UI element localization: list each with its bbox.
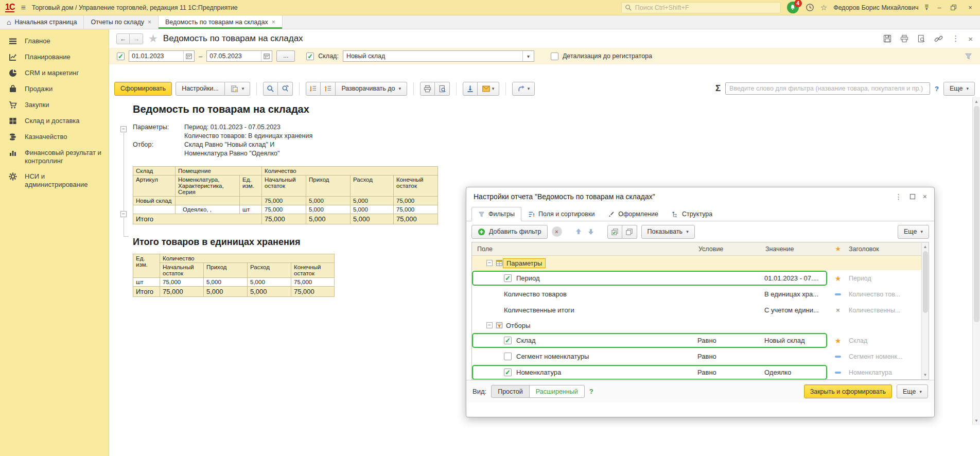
group-row-parameters[interactable]: − Параметры: [472, 256, 929, 270]
add-filter-button[interactable]: Добавить фильтр: [471, 225, 548, 239]
filter-funnel-icon[interactable]: [965, 52, 972, 60]
dialog-scrollbar[interactable]: ▲ ▼: [921, 242, 929, 379]
row-checkbox[interactable]: ✓: [504, 337, 512, 344]
table-row[interactable]: Одеялко, , шт 75,000 5,000 5,000 75,000: [133, 205, 438, 214]
send-email-button[interactable]: ▾: [478, 82, 499, 96]
row-checkbox[interactable]: [504, 353, 512, 360]
main-menu-icon[interactable]: ≡: [21, 3, 25, 12]
tab-home[interactable]: ⌂ Начальная страница: [0, 15, 84, 29]
table-total-row[interactable]: Итого 75,000 5,000 5,000 75,000: [133, 287, 335, 297]
chevron-down-icon[interactable]: ▾: [522, 51, 534, 61]
dash-mark-icon[interactable]: [835, 372, 841, 374]
filter-row-goods-quantity[interactable]: Количество товаров В единицах хра... Кол…: [472, 286, 929, 302]
tab-goods-statement[interactable]: Ведомость по товарам на складах ×: [159, 15, 283, 29]
close-form-icon[interactable]: ×: [968, 34, 973, 43]
print-preview-icon[interactable]: [917, 34, 925, 43]
scroll-down-icon[interactable]: ▼: [923, 371, 927, 379]
sidebar-item-sales[interactable]: Продажи: [0, 81, 109, 97]
tab-structure[interactable]: Структура: [665, 207, 719, 221]
history-icon[interactable]: [806, 3, 814, 12]
remove-filter-icon[interactable]: ×: [552, 226, 562, 237]
close-and-generate-button[interactable]: Закрыть и сформировать: [804, 384, 892, 398]
scroll-up-icon[interactable]: ▲: [974, 97, 978, 106]
detail-checkbox[interactable]: [551, 52, 558, 60]
sum-selected-icon[interactable]: Σ: [715, 83, 721, 94]
dialog-close-icon[interactable]: ×: [923, 192, 927, 201]
row-checkbox[interactable]: ✓: [504, 369, 512, 376]
collapse-report-icon[interactable]: −: [120, 126, 127, 132]
save-icon[interactable]: [883, 34, 891, 43]
tab-appearance[interactable]: Оформление: [601, 207, 665, 221]
user-menu-icon[interactable]: ≡ ▾: [924, 4, 929, 11]
star-mark-icon[interactable]: ★: [835, 337, 842, 345]
scrollbar-thumb[interactable]: [923, 251, 928, 313]
print-preview-button[interactable]: [435, 82, 450, 96]
scrollbar-thumb[interactable]: [974, 106, 979, 322]
get-link-icon[interactable]: [934, 34, 943, 43]
table-row[interactable]: Новый склад 75,000 5,000 5,000 75,000: [133, 197, 438, 205]
favorite-star-icon[interactable]: ★: [148, 32, 158, 45]
period-options-button[interactable]: ...: [276, 50, 295, 62]
view-simple-button[interactable]: Простой: [491, 385, 530, 398]
print-icon[interactable]: [900, 34, 908, 43]
period-checkbox[interactable]: ✓: [117, 52, 125, 60]
table-row[interactable]: шт 75,000 5,000 5,000 75,000: [133, 278, 335, 287]
dialog-more-button[interactable]: Еще ▾: [898, 225, 929, 239]
check-all-icon[interactable]: [607, 225, 622, 239]
user-name[interactable]: Федоров Борис Михайлович: [833, 4, 918, 11]
tab-filters[interactable]: Фильтры: [471, 207, 521, 221]
sidebar-item-crm[interactable]: CRM и маркетинг: [0, 65, 109, 81]
move-up-icon[interactable]: [574, 227, 583, 236]
scroll-up-icon[interactable]: ▲: [923, 242, 927, 251]
collapse-icon[interactable]: −: [486, 322, 493, 328]
nav-back-button[interactable]: ←: [116, 33, 130, 44]
warehouse-combo[interactable]: Новый склад ▾: [343, 50, 534, 62]
nav-forward-button[interactable]: →: [130, 33, 143, 44]
find-icon[interactable]: [263, 82, 278, 96]
settings-button[interactable]: Настройки...: [176, 82, 225, 96]
dialog-help-link[interactable]: ?: [589, 388, 593, 395]
group-row-selections[interactable]: − Отборы: [472, 318, 929, 332]
sidebar-item-warehouse[interactable]: Склад и доставка: [0, 113, 109, 129]
footer-more-button[interactable]: Еще ▾: [897, 384, 928, 398]
dash-mark-icon[interactable]: [835, 356, 841, 358]
sidebar-item-nsi-administration[interactable]: НСИ и администрирование: [0, 169, 109, 192]
dialog-maximize-icon[interactable]: [909, 194, 916, 200]
sidebar-item-financial-result[interactable]: Финансовый результат и контроллинг: [0, 145, 109, 169]
window-restore-button[interactable]: [950, 4, 959, 11]
sidebar-item-planning[interactable]: Планирование: [0, 49, 109, 65]
more-button[interactable]: Еще ▾: [943, 82, 975, 96]
collapse-groups-icon[interactable]: [306, 82, 321, 96]
row-checkbox[interactable]: ✓: [504, 274, 512, 282]
sidebar-item-main[interactable]: Главное: [0, 33, 109, 49]
collapse-group-icon[interactable]: −: [120, 211, 127, 217]
date-to-field[interactable]: 07.05.2023: [206, 50, 272, 62]
window-close-button[interactable]: ×: [966, 4, 975, 11]
report-variants-button[interactable]: ▾: [225, 82, 251, 96]
sidebar-item-treasury[interactable]: Казначейство: [0, 129, 109, 145]
save-file-button[interactable]: [463, 82, 478, 96]
search-input[interactable]: [635, 4, 777, 11]
dash-mark-icon[interactable]: [835, 293, 841, 295]
calendar-icon[interactable]: [183, 51, 194, 61]
filter-row-period[interactable]: ✓Период 01.01.2023 - 07.... ★ Период: [472, 270, 929, 286]
show-button[interactable]: Показывать ▾: [641, 225, 695, 239]
notifications-button[interactable]: 4: [787, 2, 799, 14]
find-next-icon[interactable]: [278, 82, 293, 96]
print-button[interactable]: [420, 82, 435, 96]
more-actions-icon[interactable]: ⋮: [952, 34, 959, 43]
expand-to-button[interactable]: Разворачивать до ▾: [336, 82, 407, 96]
favorites-icon[interactable]: ☆: [820, 4, 827, 11]
filter-row-nomenclature-segment[interactable]: Сегмент номенклатуры Равно Сегмент номен…: [472, 348, 929, 364]
help-link[interactable]: ?: [935, 85, 939, 93]
tab-warehouse-reports[interactable]: Отчеты по складу ×: [84, 15, 159, 29]
uncheck-all-icon[interactable]: [622, 225, 637, 239]
filter-row-nomenclature[interactable]: ✓Номенклатура Равно Одеялко Номенклатура: [472, 364, 929, 380]
tab-fields-sorting[interactable]: Поля и сортировки: [521, 207, 601, 221]
dialog-more-icon[interactable]: ⋮: [895, 192, 902, 201]
star-mark-icon[interactable]: ★: [835, 274, 842, 283]
expand-groups-icon[interactable]: [321, 82, 336, 96]
filter-row-quantity-totals[interactable]: Количественные итоги С учетом едини... ×…: [472, 302, 929, 318]
filter-row-warehouse[interactable]: ✓Склад Равно Новый склад ★ Склад: [472, 332, 929, 348]
sidebar-item-purchases[interactable]: Закупки: [0, 97, 109, 113]
